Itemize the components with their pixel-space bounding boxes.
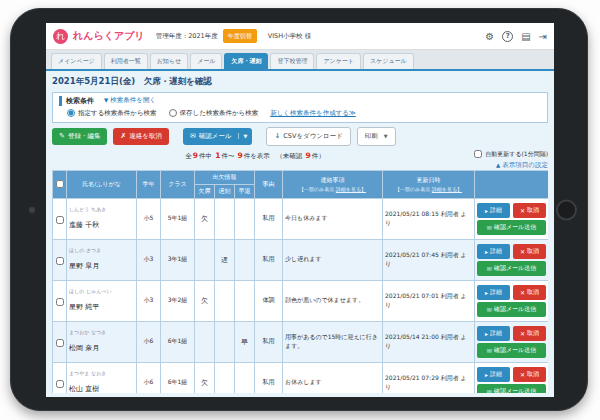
row-checkbox[interactable] xyxy=(56,257,64,265)
row-checkbox[interactable] xyxy=(56,339,64,347)
detail-button[interactable]: ▸詳細 xyxy=(477,285,510,300)
row-checkbox[interactable] xyxy=(56,216,64,224)
create-condition-link[interactable]: 新しく検索条件を作成する≫ xyxy=(270,109,356,118)
updated-cell: 2021/05/21 07:45 利用者 より xyxy=(383,239,475,280)
main-nav: メインページ 利用者一覧 お知らせ メール 欠席・遅刻 登下校管理 アンケート … xyxy=(46,50,554,71)
mail-icon: ✉ xyxy=(190,132,196,140)
register-edit-button[interactable]: ✎ 登録・編集 xyxy=(52,128,107,145)
late-mark: 遅 xyxy=(215,239,235,280)
tab-main[interactable]: メインページ xyxy=(51,53,102,69)
header-grade: 学年 xyxy=(137,170,161,198)
confirm-mail-send-button[interactable]: ✉確認メール送信 xyxy=(477,343,546,358)
logout-icon[interactable]: ⇥ xyxy=(539,31,547,42)
print-button[interactable]: 印刷 ▼ xyxy=(357,127,396,146)
message-cell: 用事があるので15時に迎えに行きます。 xyxy=(283,321,383,362)
tab-mail[interactable]: メール xyxy=(190,53,222,69)
grade-cell: 小3 xyxy=(137,280,161,321)
cancel-icon: ✕ xyxy=(520,371,525,378)
detail-button[interactable]: ▸詳細 xyxy=(477,326,510,341)
early-mark xyxy=(235,280,255,321)
early-mark: 早 xyxy=(235,321,255,362)
admin-year-label: 管理年度：2021年度 xyxy=(156,32,218,41)
class-cell: 6年1組 xyxy=(161,362,195,393)
confirm-mail-send-button[interactable]: ✉確認メール送信 xyxy=(477,220,546,235)
updated-cell: 2021/05/21 08:15 利用者 より xyxy=(383,198,475,239)
reason-cell: 私用 xyxy=(255,321,283,362)
row-cancel-button[interactable]: ✕取消 xyxy=(513,326,546,341)
header-actions xyxy=(475,170,549,198)
tab-users[interactable]: 利用者一覧 xyxy=(104,53,148,69)
tablet-camera xyxy=(28,206,36,214)
confirm-mail-button[interactable]: ✉ 確認メール ▼ xyxy=(183,128,253,145)
tab-notice[interactable]: お知らせ xyxy=(150,53,188,69)
select-all-header xyxy=(53,170,67,198)
detail-icon: ▸ xyxy=(485,371,488,378)
detail-button[interactable]: ▸詳細 xyxy=(477,244,510,259)
header-icons: ⚙ ? ▤ ⇥ xyxy=(485,31,547,42)
tablet-home-button xyxy=(556,199,577,220)
header-reason: 事由 xyxy=(255,170,283,198)
class-cell: 3年1組 xyxy=(161,239,195,280)
auto-update-checkbox[interactable]: 自動更新する(1分間隔) xyxy=(474,150,548,159)
detail-button[interactable]: ▸詳細 xyxy=(477,203,510,218)
reason-cell: 私用 xyxy=(255,362,283,393)
message-detail-link[interactable]: 詳細を見る】 xyxy=(336,186,366,192)
row-cancel-button[interactable]: ✕取消 xyxy=(513,285,546,300)
pencil-icon: ✎ xyxy=(59,132,65,140)
actions-cell: ▸詳細 ✕取消 ✉確認メール送信 xyxy=(475,280,549,321)
updated-detail-link[interactable]: 詳細を見る】 xyxy=(432,186,462,192)
confirm-mail-send-button[interactable]: ✉確認メール送信 xyxy=(477,261,546,276)
manual-icon[interactable]: ▤ xyxy=(521,31,530,42)
help-icon[interactable]: ? xyxy=(502,31,513,42)
late-mark xyxy=(215,362,235,393)
late-mark xyxy=(215,321,235,362)
tab-attendance[interactable]: 登下校管理 xyxy=(270,53,314,69)
tab-absence[interactable]: 欠席・遅刻 xyxy=(224,53,268,69)
early-mark xyxy=(235,198,255,239)
name-cell: ほしの じゅんぺい星野 純平 xyxy=(67,280,137,321)
cancel-contact-button[interactable]: ✗ 連絡を取消 xyxy=(113,128,169,145)
confirm-mail-send-button[interactable]: ✉確認メール送信 xyxy=(477,384,546,394)
app-logo-icon: れ xyxy=(53,29,68,44)
select-all-checkbox[interactable] xyxy=(56,180,64,188)
row-cancel-button[interactable]: ✕取消 xyxy=(513,203,546,218)
detail-button[interactable]: ▸詳細 xyxy=(477,367,510,382)
class-cell: 5年1組 xyxy=(161,198,195,239)
tab-schedule[interactable]: スケジュール xyxy=(363,53,414,69)
row-checkbox[interactable] xyxy=(56,298,64,306)
row-cancel-button[interactable]: ✕取消 xyxy=(513,367,546,382)
mail-icon: ✉ xyxy=(487,388,492,394)
table-row: ほしの さつき星野 皐月 小3 3年1組 遅 私用 少し遅れます 2021/05… xyxy=(53,239,549,280)
message-cell: お休みします xyxy=(283,362,383,393)
tab-survey[interactable]: アンケート xyxy=(316,53,361,69)
actions-cell: ▸詳細 ✕取消 ✉確認メール送信 xyxy=(475,321,549,362)
grade-cell: 小6 xyxy=(137,321,161,362)
table-row: ほしの じゅんぺい星野 純平 小3 3年2組 欠 体調 顔色が悪いので休ませます… xyxy=(53,280,549,321)
name-cell: しんどう ちあき進藤 千秋 xyxy=(67,198,137,239)
gear-icon[interactable]: ⚙ xyxy=(485,31,494,42)
table-row: しんどう ちあき進藤 千秋 小5 5年1組 欠 私用 今日も休みます 2021/… xyxy=(53,198,549,239)
radio-specified-input[interactable] xyxy=(67,109,75,117)
early-mark xyxy=(235,362,255,393)
row-checkbox[interactable] xyxy=(56,380,64,388)
header-early: 早退 xyxy=(235,184,255,198)
app-logo-text: れんらくアプリ xyxy=(73,29,145,43)
radio-specified-search[interactable]: 指定する検索条件から検索 xyxy=(67,109,157,118)
chevron-down-icon[interactable]: ▼ xyxy=(238,133,253,139)
header-updated: 更新日時 【一部のみ表示 詳細を見る】 xyxy=(383,170,475,198)
class-cell: 6年1組 xyxy=(161,321,195,362)
year-switch-button[interactable]: 年度切替 xyxy=(223,29,257,43)
row-cancel-button[interactable]: ✕取消 xyxy=(513,244,546,259)
cancel-icon: ✕ xyxy=(520,207,525,214)
cancel-icon: ✕ xyxy=(520,330,525,337)
radio-saved-input[interactable] xyxy=(169,109,177,117)
header-name: 氏名/ふりがな xyxy=(67,170,137,198)
display-settings-link[interactable]: ▲表示項目の設定 xyxy=(496,161,548,170)
csv-download-button[interactable]: ↓ CSVをダウンロード xyxy=(266,127,350,146)
page-title: 2021年5月21日(金) 欠席・遅刻を確認 xyxy=(52,76,548,88)
auto-update-input[interactable] xyxy=(474,150,482,158)
updated-cell: 2021/05/21 07:29 利用者 より xyxy=(383,362,475,393)
search-toggle-link[interactable]: ▼検索条件を開く xyxy=(104,96,156,105)
confirm-mail-send-button[interactable]: ✉確認メール送信 xyxy=(477,302,546,317)
radio-saved-search[interactable]: 保存した検索条件から検索 xyxy=(169,109,259,118)
